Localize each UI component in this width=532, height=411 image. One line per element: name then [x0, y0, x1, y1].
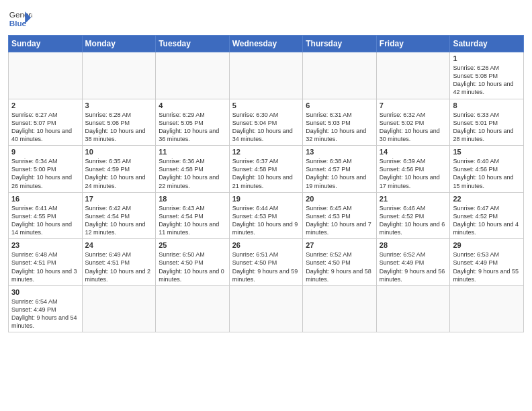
header: General Blue: [8, 7, 524, 31]
day-info: Sunrise: 6:48 AM Sunset: 4:51 PM Dayligh…: [11, 250, 79, 283]
day-info: Sunrise: 6:42 AM Sunset: 4:54 PM Dayligh…: [85, 204, 153, 237]
calendar-cell: 14Sunrise: 6:39 AM Sunset: 4:56 PM Dayli…: [376, 146, 450, 193]
day-info: Sunrise: 6:52 AM Sunset: 4:50 PM Dayligh…: [306, 250, 373, 283]
calendar-cell: 22Sunrise: 6:47 AM Sunset: 4:52 PM Dayli…: [450, 192, 524, 239]
day-number: 26: [232, 241, 300, 249]
day-number: 12: [232, 148, 300, 156]
calendar-cell: [229, 52, 303, 99]
day-info: Sunrise: 6:51 AM Sunset: 4:50 PM Dayligh…: [232, 250, 300, 283]
calendar-cell: 9Sunrise: 6:34 AM Sunset: 5:00 PM Daylig…: [9, 146, 83, 193]
calendar-cell: 21Sunrise: 6:46 AM Sunset: 4:52 PM Dayli…: [376, 192, 450, 239]
day-number: 27: [306, 241, 373, 249]
calendar-cell: 13Sunrise: 6:38 AM Sunset: 4:57 PM Dayli…: [303, 146, 377, 193]
calendar-cell: 30Sunrise: 6:54 AM Sunset: 4:49 PM Dayli…: [9, 285, 83, 332]
calendar-cell: 29Sunrise: 6:53 AM Sunset: 4:49 PM Dayli…: [450, 239, 524, 286]
day-number: 13: [306, 148, 373, 156]
day-number: 4: [159, 101, 226, 109]
day-number: 16: [11, 195, 79, 203]
day-number: 29: [453, 241, 521, 249]
calendar-table: SundayMondayTuesdayWednesdayThursdayFrid…: [8, 35, 524, 332]
day-info: Sunrise: 6:34 AM Sunset: 5:00 PM Dayligh…: [11, 157, 79, 190]
day-info: Sunrise: 6:27 AM Sunset: 5:07 PM Dayligh…: [11, 111, 79, 144]
day-info: Sunrise: 6:50 AM Sunset: 4:50 PM Dayligh…: [159, 250, 226, 283]
calendar-cell: [156, 285, 230, 332]
day-number: 6: [306, 101, 373, 109]
weekday-header-thursday: Thursday: [303, 36, 377, 52]
logo-icon: General Blue: [8, 7, 32, 31]
calendar-cell: 28Sunrise: 6:52 AM Sunset: 4:49 PM Dayli…: [376, 239, 450, 286]
day-info: Sunrise: 6:44 AM Sunset: 4:53 PM Dayligh…: [232, 204, 300, 237]
calendar-cell: 27Sunrise: 6:52 AM Sunset: 4:50 PM Dayli…: [303, 239, 377, 286]
day-number: 19: [232, 195, 300, 203]
day-info: Sunrise: 6:54 AM Sunset: 4:49 PM Dayligh…: [11, 298, 79, 330]
logo: General Blue: [8, 7, 32, 31]
weekday-header-monday: Monday: [82, 36, 156, 52]
calendar-cell: 5Sunrise: 6:30 AM Sunset: 5:04 PM Daylig…: [229, 99, 303, 146]
day-number: 24: [85, 241, 153, 249]
calendar-cell: 20Sunrise: 6:45 AM Sunset: 4:53 PM Dayli…: [303, 192, 377, 239]
calendar-cell: 15Sunrise: 6:40 AM Sunset: 4:56 PM Dayli…: [450, 146, 524, 193]
calendar-cell: 8Sunrise: 6:33 AM Sunset: 5:01 PM Daylig…: [450, 99, 524, 146]
calendar-week-row: 30Sunrise: 6:54 AM Sunset: 4:49 PM Dayli…: [9, 285, 524, 332]
day-info: Sunrise: 6:26 AM Sunset: 5:08 PM Dayligh…: [453, 64, 521, 97]
day-number: 21: [380, 195, 447, 203]
day-number: 17: [85, 195, 153, 203]
day-info: Sunrise: 6:49 AM Sunset: 4:51 PM Dayligh…: [85, 250, 153, 283]
day-info: Sunrise: 6:29 AM Sunset: 5:05 PM Dayligh…: [159, 111, 226, 144]
calendar-cell: [450, 285, 524, 332]
calendar-week-row: 23Sunrise: 6:48 AM Sunset: 4:51 PM Dayli…: [9, 239, 524, 286]
calendar-cell: 11Sunrise: 6:36 AM Sunset: 4:58 PM Dayli…: [156, 146, 230, 193]
calendar-cell: [229, 285, 303, 332]
day-info: Sunrise: 6:38 AM Sunset: 4:57 PM Dayligh…: [306, 157, 373, 190]
day-number: 9: [11, 148, 79, 156]
svg-text:Blue: Blue: [9, 19, 27, 28]
calendar-cell: [303, 285, 377, 332]
day-info: Sunrise: 6:41 AM Sunset: 4:55 PM Dayligh…: [11, 204, 79, 237]
day-info: Sunrise: 6:33 AM Sunset: 5:01 PM Dayligh…: [453, 111, 521, 144]
day-info: Sunrise: 6:37 AM Sunset: 4:58 PM Dayligh…: [232, 157, 300, 190]
day-info: Sunrise: 6:45 AM Sunset: 4:53 PM Dayligh…: [306, 204, 373, 237]
calendar-cell: 19Sunrise: 6:44 AM Sunset: 4:53 PM Dayli…: [229, 192, 303, 239]
day-info: Sunrise: 6:30 AM Sunset: 5:04 PM Dayligh…: [232, 111, 300, 144]
day-number: 25: [159, 241, 226, 249]
day-number: 8: [453, 101, 521, 109]
page-container: General Blue SundayMondayTuesdayWednesda…: [0, 0, 532, 338]
day-number: 28: [380, 241, 447, 249]
weekday-header-sunday: Sunday: [9, 36, 83, 52]
day-info: Sunrise: 6:47 AM Sunset: 4:52 PM Dayligh…: [453, 204, 521, 237]
day-info: Sunrise: 6:35 AM Sunset: 4:59 PM Dayligh…: [85, 157, 153, 190]
calendar-week-row: 9Sunrise: 6:34 AM Sunset: 5:00 PM Daylig…: [9, 146, 524, 193]
calendar-cell: [82, 52, 156, 99]
calendar-cell: 26Sunrise: 6:51 AM Sunset: 4:50 PM Dayli…: [229, 239, 303, 286]
calendar-cell: 16Sunrise: 6:41 AM Sunset: 4:55 PM Dayli…: [9, 192, 83, 239]
weekday-header-tuesday: Tuesday: [156, 36, 230, 52]
day-info: Sunrise: 6:53 AM Sunset: 4:49 PM Dayligh…: [453, 250, 521, 283]
calendar-cell: [303, 52, 377, 99]
calendar-cell: 18Sunrise: 6:43 AM Sunset: 4:54 PM Dayli…: [156, 192, 230, 239]
day-number: 11: [159, 148, 226, 156]
day-number: 22: [453, 195, 521, 203]
day-number: 30: [11, 288, 79, 296]
weekday-header-saturday: Saturday: [450, 36, 524, 52]
calendar-body: 1Sunrise: 6:26 AM Sunset: 5:08 PM Daylig…: [9, 52, 524, 332]
calendar-week-row: 2Sunrise: 6:27 AM Sunset: 5:07 PM Daylig…: [9, 99, 524, 146]
day-info: Sunrise: 6:28 AM Sunset: 5:06 PM Dayligh…: [85, 111, 153, 144]
calendar-cell: 7Sunrise: 6:32 AM Sunset: 5:02 PM Daylig…: [376, 99, 450, 146]
calendar-cell: 25Sunrise: 6:50 AM Sunset: 4:50 PM Dayli…: [156, 239, 230, 286]
day-number: 20: [306, 195, 373, 203]
day-info: Sunrise: 6:52 AM Sunset: 4:49 PM Dayligh…: [380, 250, 447, 283]
day-number: 15: [453, 148, 521, 156]
day-info: Sunrise: 6:39 AM Sunset: 4:56 PM Dayligh…: [380, 157, 447, 190]
weekday-header-row: SundayMondayTuesdayWednesdayThursdayFrid…: [9, 36, 524, 52]
day-number: 7: [380, 101, 447, 109]
calendar-cell: [156, 52, 230, 99]
calendar-cell: 12Sunrise: 6:37 AM Sunset: 4:58 PM Dayli…: [229, 146, 303, 193]
calendar-cell: 6Sunrise: 6:31 AM Sunset: 5:03 PM Daylig…: [303, 99, 377, 146]
calendar-cell: 23Sunrise: 6:48 AM Sunset: 4:51 PM Dayli…: [9, 239, 83, 286]
weekday-header-wednesday: Wednesday: [229, 36, 303, 52]
calendar-cell: 17Sunrise: 6:42 AM Sunset: 4:54 PM Dayli…: [82, 192, 156, 239]
day-number: 5: [232, 101, 300, 109]
day-info: Sunrise: 6:36 AM Sunset: 4:58 PM Dayligh…: [159, 157, 226, 190]
day-info: Sunrise: 6:43 AM Sunset: 4:54 PM Dayligh…: [159, 204, 226, 237]
day-info: Sunrise: 6:32 AM Sunset: 5:02 PM Dayligh…: [380, 111, 447, 144]
